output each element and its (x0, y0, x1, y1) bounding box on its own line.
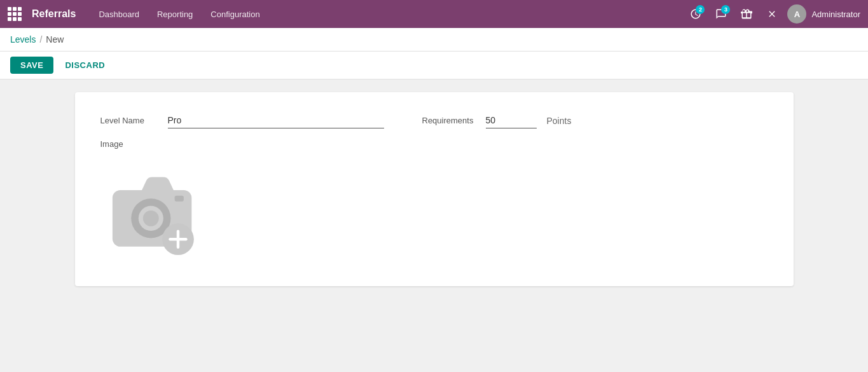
nav-dashboard[interactable]: Dashboard (91, 4, 147, 24)
form-card: Level Name Requirements Points Image (75, 92, 794, 286)
breadcrumb-current: New (46, 34, 64, 45)
close-icon (767, 9, 777, 19)
image-upload-button[interactable] (100, 159, 215, 261)
topbar: Referrals Dashboard Reporting Configurat… (0, 0, 868, 28)
discard-button[interactable]: DISCARD (59, 57, 111, 74)
requirements-input[interactable] (486, 113, 537, 128)
form-top-row: Level Name Requirements Points (100, 113, 768, 128)
chat-icon-btn[interactable]: 3 (711, 4, 731, 24)
activity-badge: 2 (696, 5, 705, 14)
activity-icon-btn[interactable]: 2 (685, 4, 706, 24)
save-button[interactable]: SAVE (10, 57, 53, 74)
toolbar: SAVE DISCARD (0, 52, 868, 79)
close-icon-btn[interactable] (762, 4, 782, 24)
nav-reporting[interactable]: Reporting (149, 4, 200, 24)
chat-badge: 3 (721, 5, 730, 14)
gift-icon-btn[interactable] (736, 4, 757, 24)
svg-rect-4 (174, 196, 183, 202)
user-name[interactable]: Administrator (811, 10, 860, 19)
app-menu-icon[interactable] (8, 7, 22, 21)
topbar-right: 2 3 A Administrator (685, 4, 860, 24)
svg-point-3 (142, 210, 158, 226)
breadcrumb-parent[interactable]: Levels (10, 34, 36, 45)
topbar-left: Referrals Dashboard Reporting Configurat… (8, 4, 268, 24)
image-label: Image (100, 139, 123, 149)
app-title: Referrals (32, 8, 76, 20)
breadcrumb-separator: / (39, 34, 42, 45)
level-name-group: Level Name (100, 113, 384, 128)
level-name-label: Level Name (100, 116, 158, 125)
gift-icon (741, 8, 752, 20)
nav-configuration[interactable]: Configuration (203, 4, 267, 24)
breadcrumb: Levels / New (0, 28, 868, 52)
level-name-input[interactable] (168, 113, 384, 128)
image-upload-area (100, 159, 768, 261)
image-section: Image (100, 139, 768, 261)
avatar[interactable]: A (787, 4, 806, 24)
main-nav: Dashboard Reporting Configuration (91, 4, 267, 24)
requirements-label: Requirements (422, 116, 479, 125)
points-suffix: Points (547, 116, 572, 126)
requirements-group: Requirements Points (422, 113, 572, 128)
camera-plus-icon (100, 159, 215, 261)
main-content: Level Name Requirements Points Image (0, 79, 868, 371)
